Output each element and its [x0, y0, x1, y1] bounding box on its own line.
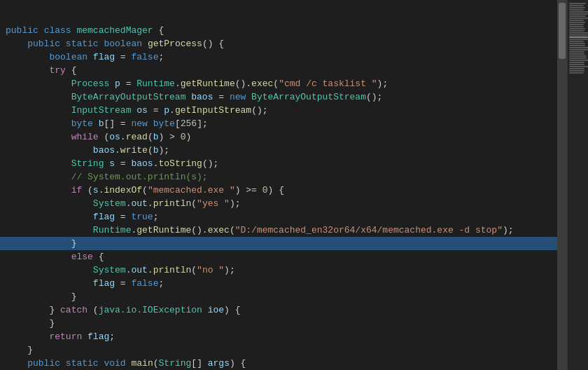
code-line: else { [0, 250, 557, 263]
code-line: } catch (java.io.IOException ioe) { [0, 303, 557, 317]
code-line: } [0, 290, 557, 303]
scrollbar-thumb[interactable] [559, 3, 566, 59]
code-line: public class memcachedMager { [0, 24, 557, 37]
code-line: flag = false; [0, 277, 557, 290]
code-line: System.out.println("no "); [0, 263, 557, 277]
code-line: // System.out.println(s); [0, 170, 557, 184]
code-line: public static void main(String[] args) { [0, 357, 557, 370]
minimap [567, 0, 588, 370]
code-content: public class memcachedMager { public sta… [0, 0, 557, 370]
code-line: InputStream os = p.getInputStream(); [0, 104, 557, 117]
code-editor[interactable]: public class memcachedMager { public sta… [0, 0, 557, 370]
code-line: } [0, 317, 557, 330]
code-line: flag = true; [0, 210, 557, 224]
code-line: return flag; [0, 330, 557, 343]
scrollbar[interactable] [557, 0, 567, 370]
code-line: } [0, 237, 557, 250]
code-line: Runtime.getRuntime().exec("D:/memcached_… [0, 224, 557, 237]
code-line: Process p = Runtime.getRuntime().exec("c… [0, 77, 557, 90]
code-line: boolean flag = false; [0, 50, 557, 64]
code-line: baos.write(b); [0, 144, 557, 157]
code-line: byte b[] = new byte[256]; [0, 117, 557, 130]
code-line: if (s.indexOf("memcached.exe ") >= 0) { [0, 184, 557, 197]
code-line: public static boolean getProcess() { [0, 37, 557, 50]
code-line: ByteArrayOutputStream baos = new ByteArr… [0, 90, 557, 104]
code-line: String s = baos.toString(); [0, 157, 557, 170]
code-line: while (os.read(b) > 0) [0, 130, 557, 144]
code-line: try { [0, 64, 557, 77]
code-line: } [0, 343, 557, 357]
code-line: System.out.println("yes "); [0, 197, 557, 210]
